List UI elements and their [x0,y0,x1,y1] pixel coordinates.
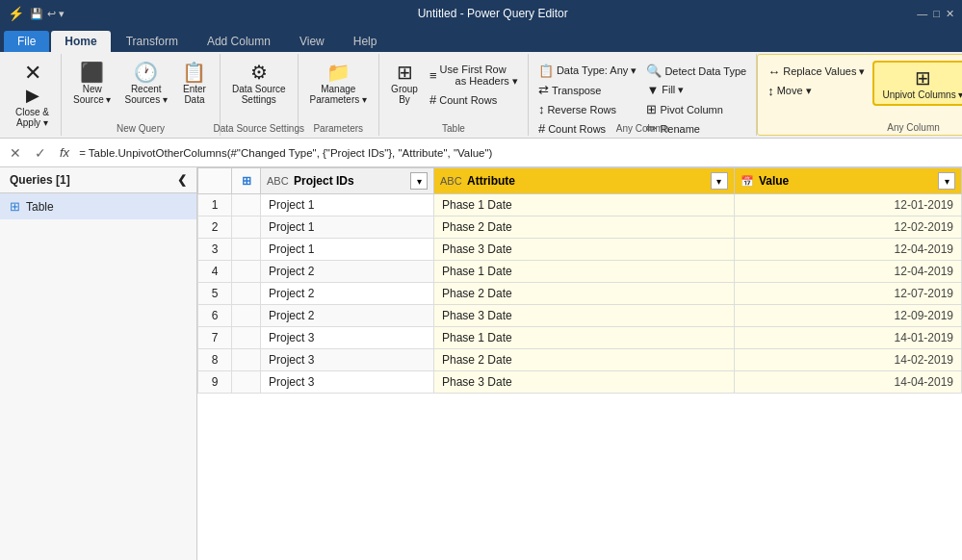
cell-project-id: Project 3 [261,371,434,394]
row-num: 1 [198,194,232,216]
cell-attribute: Phase 1 Date [434,327,735,349]
row-num: 6 [198,305,232,327]
group-by-button[interactable]: ⊞ GroupBy [385,60,424,108]
tab-home[interactable]: Home [51,31,110,52]
sidebar-item-table[interactable]: ⊞ Table [0,193,196,219]
attribute-col-name: Attribute [467,174,515,188]
queries-label: Queries [1] [10,173,70,187]
cell-attribute: Phase 1 Date [434,261,735,283]
sidebar: Queries [1] ❮ ⊞ Table [0,167,197,560]
data-source-settings-button[interactable]: ⚙ Data SourceSettings [226,60,292,108]
manage-button[interactable]: 📁 ManageParameters ▾ [304,60,373,108]
cell-project-id: Project 2 [261,305,434,327]
ribbon-group-data-source: ⚙ Data SourceSettings Data Source Settin… [221,54,299,136]
move-icon: ↕ [767,84,774,98]
col-header-attribute[interactable]: ABC Attribute ▾ [434,168,735,194]
data-table: ⊞ ABC Project IDs ▾ A [197,167,962,394]
cell-attribute: Phase 2 Date [434,283,735,305]
table-row: 3Project 1Phase 3 Date12-04-2019 [198,239,962,261]
sidebar-collapse-button[interactable]: ❮ [177,173,187,187]
reverse-rows-button[interactable]: ↕ Reverse Rows [534,100,640,118]
pivot-column-icon: ⊞ [646,102,657,116]
row-type-icon [232,349,261,371]
attribute-dropdown[interactable]: ▾ [711,172,728,190]
data-type-icon: 📋 [538,64,554,78]
cell-value: 14-01-2019 [734,327,961,349]
tab-help[interactable]: Help [340,31,391,52]
transpose-button[interactable]: ⇄ Transpose [534,81,640,99]
cell-value: 12-07-2019 [734,283,961,305]
tab-file[interactable]: File [4,31,49,52]
title-bar: ⚡ 💾 ↩ ▾ Untitled - Power Query Editor — … [0,0,962,27]
formula-apply-button[interactable]: ✓ [31,143,50,163]
ribbon-group-manage: 📁 ManageParameters ▾ Parameters [299,54,379,136]
row-num: 8 [198,349,232,371]
replace-values-button[interactable]: ↔ Replace Values ▾ [764,63,869,81]
col-header-value[interactable]: 📅 Value ▾ [734,168,961,194]
fx-label: fx [60,145,69,160]
type-icon-header: ⊞ [232,168,261,194]
row-type-icon [232,261,261,283]
cell-attribute: Phase 1 Date [434,194,735,216]
col-header-project-ids[interactable]: ABC Project IDs ▾ [261,168,434,194]
row-num-header [198,168,232,194]
data-source-label: Data Source Settings [214,123,305,134]
cell-project-id: Project 1 [261,194,434,216]
minimize-button[interactable]: — [917,8,927,20]
enter-data-button[interactable]: 📋 EnterData [175,60,214,108]
row-num: 5 [198,283,232,305]
group-by-icon: ⊞ [397,63,413,82]
table-area[interactable]: ⊞ ABC Project IDs ▾ A [197,167,962,560]
tab-add-column[interactable]: Add Column [194,31,284,52]
value-dropdown[interactable]: ▾ [938,172,955,190]
undo-icon[interactable]: ↩ ▾ [47,8,65,20]
ribbon-group-rows: ⊞ GroupBy ≡ Use First Rowas Headers ▾ # … [379,54,529,136]
fill-icon: ▼ [646,83,659,97]
tab-transform[interactable]: Transform [113,31,192,52]
window-title: Untitled - Power Query Editor [68,7,917,20]
table-row: 8Project 3Phase 2 Date14-02-2019 [198,349,962,371]
count-rows-button[interactable]: # Count Rows [426,90,522,109]
use-first-row-button[interactable]: ≡ Use First Rowas Headers ▾ [426,62,522,89]
move-button[interactable]: ↕ Move ▾ [764,82,869,100]
row-num: 4 [198,261,232,283]
formula-bar: ✕ ✓ fx [0,139,962,167]
project-ids-dropdown[interactable]: ▾ [410,172,428,190]
row-type-icon [232,194,261,216]
replace-values-icon: ↔ [767,64,780,79]
count-rows-2-icon: # [538,121,545,136]
close-apply-button[interactable]: ✕▶ Close &Apply ▾ [10,60,55,131]
cell-attribute: Phase 2 Date [434,349,735,371]
any-column-group-label: Any Column [887,122,939,133]
unpivot-columns-button[interactable]: ⊞ Unpivot Columns ▾ [872,61,962,106]
cell-attribute: Phase 3 Date [434,371,735,394]
cell-project-id: Project 2 [261,283,434,305]
close-button[interactable]: ✕ [946,8,954,20]
rows-group-label: Table [442,123,465,134]
formula-cancel-button[interactable]: ✕ [6,143,25,163]
table-row: 5Project 2Phase 2 Date12-07-2019 [198,283,962,305]
tab-view[interactable]: View [286,31,338,52]
new-source-button[interactable]: ⬛ NewSource ▾ [67,60,117,108]
count-rows-icon: # [429,92,436,107]
save-icon[interactable]: 💾 [30,8,43,20]
cell-project-id: Project 1 [261,239,434,261]
cell-project-id: Project 1 [261,216,434,239]
new-query-label: New Query [117,123,165,134]
maximize-button[interactable]: □ [933,8,940,20]
cell-value: 12-04-2019 [734,239,961,261]
row-type-icon [232,216,261,239]
ribbon-tabs: File Home Transform Add Column View Help [0,27,962,52]
data-type-button[interactable]: 📋 Data Type: Any ▾ [534,62,640,80]
fill-button[interactable]: ▼ Fill ▾ [642,81,750,99]
use-first-row-icon: ≡ [429,68,437,83]
cell-value: 12-02-2019 [734,216,961,239]
recent-sources-button[interactable]: 🕐 RecentSources ▾ [118,60,172,108]
detect-data-type-button[interactable]: 🔍 Detect Data Type [642,62,750,80]
cell-project-id: Project 3 [261,349,434,371]
cell-attribute: Phase 3 Date [434,239,735,261]
row-type-icon [232,371,261,394]
new-source-icon: ⬛ [80,63,104,82]
pivot-column-button[interactable]: ⊞ Pivot Column [642,100,750,118]
formula-input[interactable] [79,147,956,159]
